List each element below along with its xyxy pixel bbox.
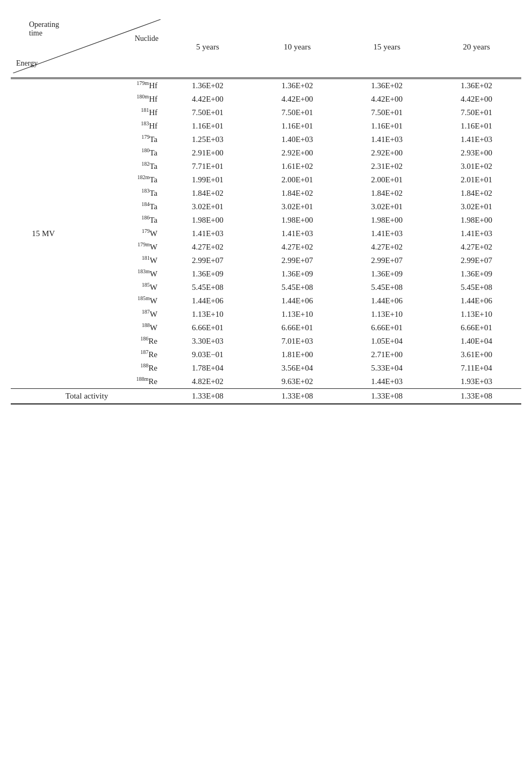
nuclide-cell: 187Re: [76, 348, 163, 361]
value-10yr: 1.41E+03: [253, 227, 342, 240]
value-10yr: 7.01E+03: [253, 335, 342, 348]
value-5yr: 1.25E+03: [163, 133, 253, 146]
value-5yr: 9.03E−01: [163, 348, 253, 361]
value-5yr: 1.78E+04: [163, 361, 253, 375]
value-15yr: 6.66E+01: [342, 321, 432, 335]
value-15yr: 1.36E+09: [342, 267, 432, 281]
value-20yr: 1.93E+03: [432, 375, 521, 389]
value-10yr: 2.00E+01: [253, 173, 342, 187]
nuclide-cell: 188Re: [76, 361, 163, 375]
operating-time-label: Operatingtime: [29, 20, 59, 38]
table-wrapper: Operatingtime Nuclide Energy 5 years 10 …: [11, 16, 521, 404]
value-15yr: 7.50E+01: [342, 106, 432, 119]
table-row: 188W6.66E+016.66E+016.66E+016.66E+01: [11, 321, 521, 335]
table-row: 183mW1.36E+091.36E+091.36E+091.36E+09: [11, 267, 521, 281]
nuclide-label: Nuclide: [135, 34, 159, 43]
value-20yr: 1.41E+03: [432, 227, 521, 240]
table-row: 183Hf1.16E+011.16E+011.16E+011.16E+01: [11, 119, 521, 133]
table-row: 182mTa1.99E+012.00E+012.00E+012.01E+01: [11, 173, 521, 187]
value-5yr: 1.98E+00: [163, 214, 253, 227]
value-15yr: 1.44E+06: [342, 294, 432, 308]
value-10yr: 3.56E+04: [253, 361, 342, 375]
value-15yr: 1.36E+02: [342, 79, 432, 93]
value-5yr: 1.84E+02: [163, 187, 253, 200]
value-15yr: 1.41E+03: [342, 133, 432, 146]
value-20yr: 3.61E+00: [432, 348, 521, 361]
value-10yr: 1.36E+02: [253, 79, 342, 93]
value-20yr: 2.99E+07: [432, 254, 521, 267]
value-10yr: 9.63E+02: [253, 375, 342, 389]
value-20yr: 1.84E+02: [432, 187, 521, 200]
table-row: 181Hf7.50E+017.50E+017.50E+017.50E+01: [11, 106, 521, 119]
value-5yr: 4.42E+00: [163, 93, 253, 106]
energy-label: Energy: [16, 59, 38, 68]
nuclide-cell: 181Hf: [76, 106, 163, 119]
nuclide-cell: 180Ta: [76, 146, 163, 160]
value-15yr: 1.84E+02: [342, 187, 432, 200]
value-10yr: 1.40E+03: [253, 133, 342, 146]
value-5yr: 1.44E+06: [163, 294, 253, 308]
col-5yr-header: 5 years: [163, 16, 253, 79]
total-row: Total activity1.33E+081.33E+081.33E+081.…: [11, 389, 521, 404]
value-5yr: 1.99E+01: [163, 173, 253, 187]
value-15yr: 5.45E+08: [342, 281, 432, 294]
value-10yr: 2.92E+00: [253, 146, 342, 160]
nuclide-cell: 187W: [76, 308, 163, 321]
value-15yr: 2.99E+07: [342, 254, 432, 267]
value-5yr: 3.30E+03: [163, 335, 253, 348]
nuclide-cell: 180mHf: [76, 93, 163, 106]
value-15yr: 2.92E+00: [342, 146, 432, 160]
value-5yr: 3.02E+01: [163, 200, 253, 214]
value-5yr: 1.36E+09: [163, 267, 253, 281]
nuclide-cell: 181W: [76, 254, 163, 267]
value-10yr: 1.84E+02: [253, 187, 342, 200]
nuclide-cell: 179Ta: [76, 133, 163, 146]
nuclide-cell: 188W: [76, 321, 163, 335]
value-10yr: 1.44E+06: [253, 294, 342, 308]
table-row: 183Ta1.84E+021.84E+021.84E+021.84E+02: [11, 187, 521, 200]
value-5yr: 4.82E+02: [163, 375, 253, 389]
value-15yr: 1.44E+03: [342, 375, 432, 389]
value-15yr: 2.71E+00: [342, 348, 432, 361]
value-20yr: 4.27E+02: [432, 240, 521, 254]
table-row: 179W1.41E+031.41E+031.41E+031.41E+03: [11, 227, 521, 240]
value-20yr: 3.01E+02: [432, 160, 521, 173]
total-label-cell: Total activity: [11, 389, 163, 404]
value-5yr: 2.91E+00: [163, 146, 253, 160]
value-5yr: 5.45E+08: [163, 281, 253, 294]
value-20yr: 1.16E+01: [432, 119, 521, 133]
col-10yr-header: 10 years: [253, 16, 342, 79]
table-row: 180Ta2.91E+002.92E+002.92E+002.93E+00: [11, 146, 521, 160]
total-value-10yr: 1.33E+08: [253, 389, 342, 404]
table-row: 182Ta7.71E+011.61E+022.31E+023.01E+02: [11, 160, 521, 173]
table-row: 181W2.99E+072.99E+072.99E+072.99E+07: [11, 254, 521, 267]
value-10yr: 1.61E+02: [253, 160, 342, 173]
value-10yr: 1.36E+09: [253, 267, 342, 281]
table-row: 187W1.13E+101.13E+101.13E+101.13E+10: [11, 308, 521, 321]
table-row: 185mW1.44E+061.44E+061.44E+061.44E+06: [11, 294, 521, 308]
value-10yr: 4.42E+00: [253, 93, 342, 106]
nuclide-cell: 182mTa: [76, 173, 163, 187]
nuclide-cell: 183Ta: [76, 187, 163, 200]
value-10yr: 1.81E+00: [253, 348, 342, 361]
nuclide-cell: 186Re: [76, 335, 163, 348]
table-row: 187Re9.03E−011.81E+002.71E+003.61E+00: [11, 348, 521, 361]
value-20yr: 7.11E+04: [432, 361, 521, 375]
value-5yr: 7.50E+01: [163, 106, 253, 119]
value-20yr: 4.42E+00: [432, 93, 521, 106]
value-20yr: 7.50E+01: [432, 106, 521, 119]
value-20yr: 2.93E+00: [432, 146, 521, 160]
total-value-15yr: 1.33E+08: [342, 389, 432, 404]
value-5yr: 1.36E+02: [163, 79, 253, 93]
table-row: 184Ta3.02E+013.02E+013.02E+013.02E+01: [11, 200, 521, 214]
value-20yr: 1.36E+09: [432, 267, 521, 281]
value-15yr: 1.13E+10: [342, 308, 432, 321]
value-15yr: 5.33E+04: [342, 361, 432, 375]
nuclide-cell: 179W: [76, 227, 163, 240]
energy-nuclide-header: Operatingtime Nuclide Energy: [11, 16, 163, 79]
value-5yr: 1.16E+01: [163, 119, 253, 133]
value-15yr: 2.31E+02: [342, 160, 432, 173]
value-5yr: 1.13E+10: [163, 308, 253, 321]
value-15yr: 4.27E+02: [342, 240, 432, 254]
value-10yr: 6.66E+01: [253, 321, 342, 335]
